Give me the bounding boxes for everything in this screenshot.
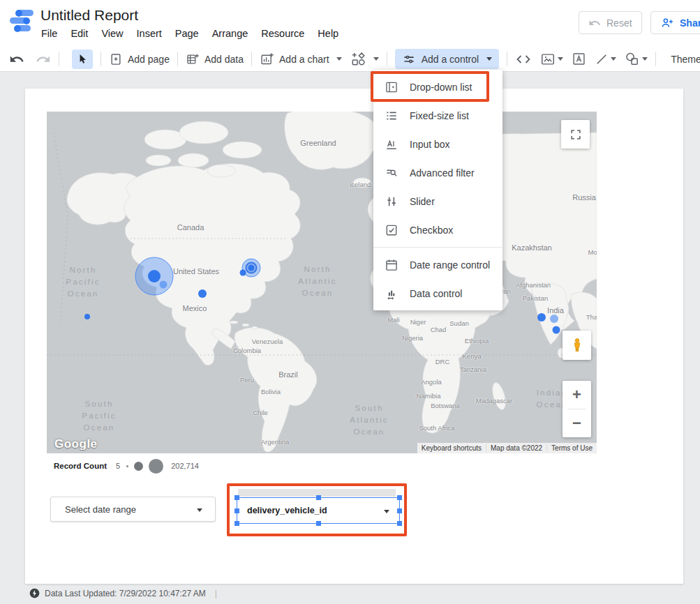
add-page-icon [109,52,123,66]
slider-icon [385,195,399,209]
chevron-down-icon [486,57,492,61]
app-header: Untitled Report File Edit View Insert Pa… [0,0,700,47]
dropdown-list-control[interactable]: delivery_vehicle_id [237,497,400,524]
menu-resource[interactable]: Resource [261,28,304,39]
image-icon [540,52,556,67]
legend-min: 5 [116,462,120,470]
cursor-icon [77,53,89,65]
dropdown-field-label: delivery_vehicle_id [237,506,327,515]
chevron-down-icon [642,57,648,61]
embed-code-button[interactable] [515,51,532,68]
theme-and-layout-button[interactable]: Theme and layout [671,54,700,65]
fixed-size-list-icon [385,109,399,123]
bolt-status-icon [29,588,40,598]
add-chart-button[interactable]: Add a chart [260,52,342,66]
checkbox-icon [385,223,399,237]
chevron-down-icon [197,508,202,512]
insert-text-button[interactable] [572,52,586,66]
chevron-down-icon [611,57,616,61]
bubble-map-chart[interactable]: North Pacific OceanNorth Atlantic OceanS… [47,112,597,453]
add-control-button[interactable]: Add a control [395,49,500,69]
report-title[interactable]: Untitled Report [40,7,138,24]
resize-handle[interactable] [316,521,321,526]
menu-edit[interactable]: Edit [70,28,88,39]
map-legend: Record Count 5 202,714 [54,457,199,475]
menu-file[interactable]: File [41,28,57,39]
redo-button[interactable] [36,52,51,67]
legend-max: 202,714 [171,462,199,470]
chevron-down-icon [558,57,563,61]
legend-metric: Record Count [54,462,107,470]
add-control-menu: Drop-down list Fixed-size list Input box… [373,70,502,310]
undo-button[interactable] [9,52,24,67]
street-view-button[interactable] [563,331,591,360]
menu-item-dropdown-list[interactable]: Drop-down list [373,73,502,101]
insert-line-button[interactable] [595,52,616,66]
annotation-box-control: delivery_vehicle_id [227,483,407,536]
undo-arrow-icon [588,17,601,29]
select-tool-button[interactable] [72,50,93,69]
fullscreen-icon [569,128,583,142]
menu-divider [373,247,502,248]
status-divider: | [215,589,217,598]
reset-button[interactable]: Reset [579,11,642,34]
insert-image-button[interactable] [540,52,563,67]
code-icon [515,51,532,68]
data-last-updated-text: Data Last Updated: 7/29/2022 10:47:27 AM [45,589,206,598]
map-data-label: Map data ©2022 [486,444,546,452]
person-add-icon [660,16,674,30]
resize-handle[interactable] [397,508,402,513]
add-data-button[interactable]: Add data [186,52,244,66]
menu-item-fixed-size-list[interactable]: Fixed-size list [373,101,502,130]
report-page[interactable]: North Pacific OceanNorth Atlantic OceanS… [25,89,683,584]
shape-icon [624,51,640,67]
insert-shape-button[interactable] [624,51,648,67]
menu-item-data-control[interactable]: Data control [373,279,502,308]
resize-handle[interactable] [234,495,239,500]
community-viz-icon [350,51,366,67]
filter-control-icon [402,52,416,66]
data-studio-logo-icon[interactable] [8,9,38,34]
chevron-down-icon [373,57,379,61]
input-box-icon [385,137,399,151]
menu-item-input-box[interactable]: Input box [373,130,502,158]
add-page-button[interactable]: Add page [109,52,170,66]
map-bubbles [47,112,597,453]
text-box-icon [572,52,586,66]
date-range-icon [385,258,399,272]
date-range-label: Select date range [51,504,136,515]
menu-item-date-range-control[interactable]: Date range control [373,250,502,279]
resize-handle[interactable] [397,521,402,526]
date-range-control[interactable]: Select date range [50,497,216,522]
zoom-out-button[interactable]: − [563,409,591,437]
menu-arrange[interactable]: Arrange [212,28,248,39]
menu-page[interactable]: Page [175,28,199,39]
menu-insert[interactable]: Insert [137,28,162,39]
chevron-down-icon [384,510,389,513]
legend-dot-small [126,465,128,467]
menu-bar: File Edit View Insert Page Arrange Resou… [41,28,338,39]
resize-handle[interactable] [397,495,402,500]
data-control-icon [385,287,399,301]
resize-handle[interactable] [316,495,321,500]
menu-item-advanced-filter[interactable]: Advanced filter [373,158,502,187]
share-button[interactable]: Share [650,11,700,34]
community-visualizations-button[interactable] [350,51,379,67]
menu-view[interactable]: View [101,28,123,39]
google-logo[interactable]: Google [54,437,98,451]
chevron-down-icon [336,57,342,61]
fullscreen-button[interactable] [561,120,590,149]
menu-item-slider[interactable]: Slider [373,187,502,216]
advanced-filter-icon [385,166,399,180]
terms-of-use-link[interactable]: Terms of Use [546,444,597,452]
keyboard-shortcuts-link[interactable]: Keyboard shortcuts [417,444,486,452]
report-canvas: North Pacific OceanNorth Atlantic OceanS… [0,72,700,604]
toolbar: Add page Add data Add a chart Add a cont… [0,47,700,72]
resize-handle[interactable] [234,521,239,526]
zoom-in-button[interactable]: + [563,381,591,409]
menu-help[interactable]: Help [318,28,338,39]
looker-studio-window: Untitled Report File Edit View Insert Pa… [0,0,700,604]
menu-item-checkbox[interactable]: Checkbox [373,216,502,244]
line-icon [595,52,609,66]
resize-handle[interactable] [234,508,239,513]
